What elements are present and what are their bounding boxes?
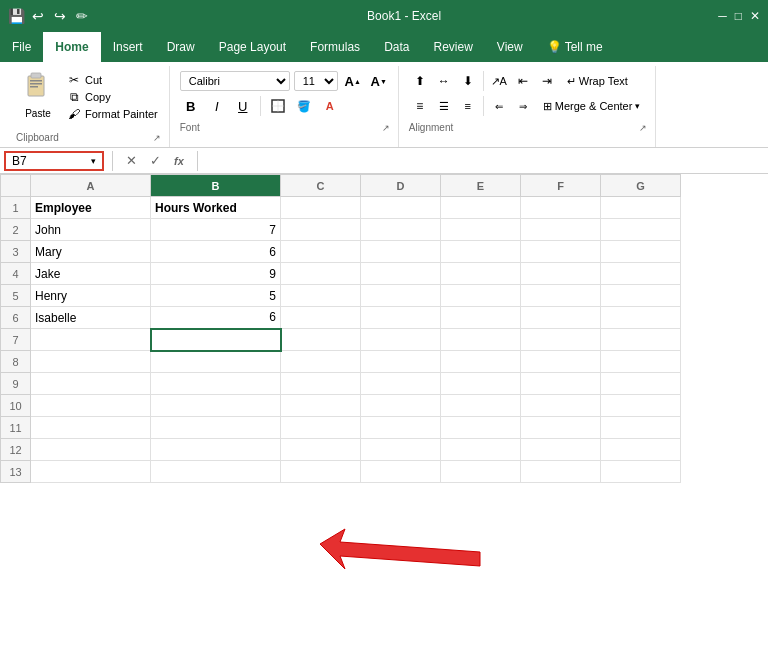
maximize-button[interactable]: □ [735,9,742,23]
indent-decrease-button[interactable]: ⇤ [512,70,534,92]
cell-g5[interactable] [601,285,681,307]
cell-a8[interactable] [31,351,151,373]
close-button[interactable]: ✕ [750,9,760,23]
cell-c8[interactable] [281,351,361,373]
cell-c3[interactable] [281,241,361,263]
save-icon[interactable]: 💾 [8,8,24,24]
cell-b6[interactable]: 6 [151,307,281,329]
clipboard-expand-icon[interactable]: ↗ [153,133,161,143]
insert-function-button[interactable]: fx [169,151,189,171]
cell-f8[interactable] [521,351,601,373]
cell-g6[interactable] [601,307,681,329]
cell-g8[interactable] [601,351,681,373]
cell-a4[interactable]: Jake [31,263,151,285]
cell-c11[interactable] [281,417,361,439]
cell-e2[interactable] [441,219,521,241]
cell-a1[interactable]: Employee [31,197,151,219]
copy-button[interactable]: ⧉ Copy [64,89,161,105]
font-color-button[interactable]: A [319,95,341,117]
format-painter-button[interactable]: 🖌 Format Painter [64,106,161,122]
bold-button[interactable]: B [180,95,202,117]
cell-f2[interactable] [521,219,601,241]
alignment-expand-icon[interactable]: ↗ [639,123,647,133]
col-header-g[interactable]: G [601,175,681,197]
cell-f5[interactable] [521,285,601,307]
cell-f7[interactable] [521,329,601,351]
menu-insert[interactable]: Insert [101,32,155,62]
cell-d9[interactable] [361,373,441,395]
col-header-b[interactable]: B [151,175,281,197]
cell-g3[interactable] [601,241,681,263]
cell-e7[interactable] [441,329,521,351]
cell-g4[interactable] [601,263,681,285]
cell-c5[interactable] [281,285,361,307]
menu-review[interactable]: Review [421,32,484,62]
col-header-c[interactable]: C [281,175,361,197]
ltr-button[interactable]: ⇒ [512,95,534,117]
cell-g2[interactable] [601,219,681,241]
cell-e9[interactable] [441,373,521,395]
cancel-formula-button[interactable]: ✕ [121,151,141,171]
menu-data[interactable]: Data [372,32,421,62]
font-expand-icon[interactable]: ↗ [382,123,390,133]
cell-b7[interactable] [151,329,281,351]
cell-d10[interactable] [361,395,441,417]
cell-g9[interactable] [601,373,681,395]
menu-home[interactable]: Home [43,32,100,62]
cell-d11[interactable] [361,417,441,439]
cell-e8[interactable] [441,351,521,373]
cell-f4[interactable] [521,263,601,285]
undo-icon[interactable]: ↩ [30,8,46,24]
menu-file[interactable]: File [0,32,43,62]
cell-f13[interactable] [521,461,601,483]
col-header-d[interactable]: D [361,175,441,197]
cell-f6[interactable] [521,307,601,329]
cell-c6[interactable] [281,307,361,329]
cell-b2[interactable]: 7 [151,219,281,241]
merge-center-button[interactable]: ⊞ Merge & Center ▾ [536,97,648,116]
name-box-dropdown-icon[interactable]: ▾ [91,156,96,166]
text-rotate-button[interactable]: ↗A [488,70,510,92]
font-family-select[interactable]: Calibri Arial Times New Roman [180,71,290,91]
cell-b3[interactable]: 6 [151,241,281,263]
cell-g13[interactable] [601,461,681,483]
name-box[interactable]: B7 ▾ [4,151,104,171]
underline-button[interactable]: U [232,95,254,117]
cell-d1[interactable] [361,197,441,219]
cell-b8[interactable] [151,351,281,373]
col-header-f[interactable]: F [521,175,601,197]
cell-b13[interactable] [151,461,281,483]
cell-d8[interactable] [361,351,441,373]
cell-e1[interactable] [441,197,521,219]
cell-b10[interactable] [151,395,281,417]
cell-a5[interactable]: Henry [31,285,151,307]
cell-d4[interactable] [361,263,441,285]
cell-f12[interactable] [521,439,601,461]
align-center-button[interactable]: ☰ [433,95,455,117]
cell-a3[interactable]: Mary [31,241,151,263]
align-left-button[interactable]: ≡ [409,95,431,117]
italic-button[interactable]: I [206,95,228,117]
cell-e12[interactable] [441,439,521,461]
increase-font-button[interactable]: A▲ [342,70,364,92]
cell-b11[interactable] [151,417,281,439]
menu-formulas[interactable]: Formulas [298,32,372,62]
menu-view[interactable]: View [485,32,535,62]
cell-c7[interactable] [281,329,361,351]
cell-d13[interactable] [361,461,441,483]
cell-c12[interactable] [281,439,361,461]
cell-a10[interactable] [31,395,151,417]
cell-a7[interactable] [31,329,151,351]
cell-b9[interactable] [151,373,281,395]
cell-c2[interactable] [281,219,361,241]
cell-d3[interactable] [361,241,441,263]
cell-a6[interactable]: Isabelle [31,307,151,329]
cell-f10[interactable] [521,395,601,417]
cell-e5[interactable] [441,285,521,307]
align-right-button[interactable]: ≡ [457,95,479,117]
cell-e3[interactable] [441,241,521,263]
indent-increase-button[interactable]: ⇥ [536,70,558,92]
cell-c9[interactable] [281,373,361,395]
cell-b12[interactable] [151,439,281,461]
cell-a11[interactable] [31,417,151,439]
